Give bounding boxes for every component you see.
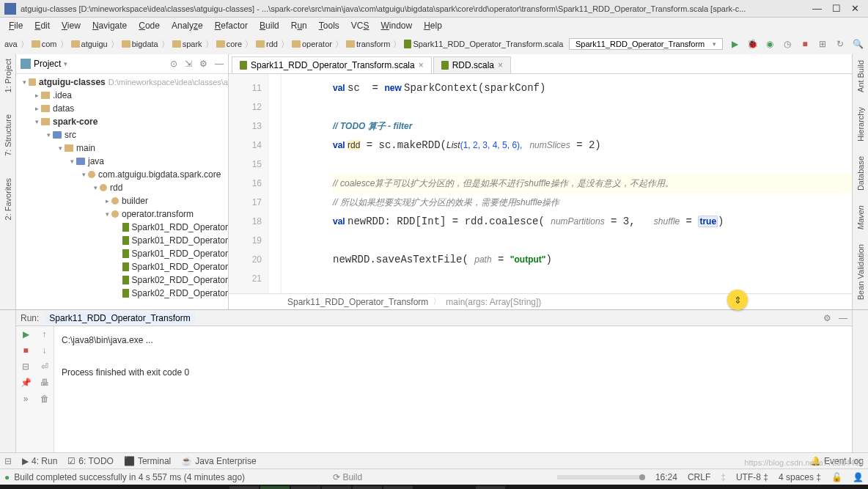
- status-indicator-icon[interactable]: ●: [4, 472, 10, 482]
- tree-item[interactable]: ▾rdd: [16, 181, 228, 194]
- search-everywhere-button[interactable]: 🔍: [852, 38, 864, 50]
- menu-analyze[interactable]: Analyze: [166, 19, 209, 32]
- task-vscode[interactable]: ▦: [476, 486, 505, 489]
- menu-edit[interactable]: Edit: [29, 19, 56, 32]
- tree-item[interactable]: ▾java: [16, 155, 228, 168]
- hide-icon[interactable]: —: [215, 59, 224, 69]
- task-excel[interactable]: ▦: [291, 486, 320, 489]
- task-app[interactable]: ◐: [414, 486, 444, 489]
- tool-maven[interactable]: Maven: [856, 205, 865, 229]
- gear-icon[interactable]: ⚙: [199, 59, 207, 69]
- tool-javaee[interactable]: ☕ Java Enterprise: [181, 456, 256, 466]
- menu-tools[interactable]: Tools: [313, 19, 345, 32]
- collapse-icon[interactable]: ⊟: [4, 456, 12, 466]
- tree-item[interactable]: ▾main: [16, 141, 228, 155]
- stop-button[interactable]: ■: [23, 345, 28, 356]
- crumb-item[interactable]: core: [227, 40, 242, 48]
- crumb-method[interactable]: main(args: Array[String]): [446, 297, 541, 307]
- menu-help[interactable]: Help: [418, 19, 448, 32]
- tool-structure[interactable]: 7: Structure: [4, 114, 12, 156]
- crumb-class[interactable]: Spark11_RDD_Operator_Transform: [287, 297, 428, 307]
- inspector-icon[interactable]: 👤: [853, 472, 864, 482]
- tree-item[interactable]: ▸.idea: [16, 89, 228, 102]
- wrap-button[interactable]: ⏎: [41, 361, 48, 372]
- crumb-item[interactable]: transform: [356, 40, 390, 48]
- tree-item[interactable]: ▾src: [16, 128, 228, 141]
- fold-gutter[interactable]: [268, 74, 282, 293]
- crumb-item[interactable]: Spark11_RDD_Operator_Transform.scala: [413, 40, 563, 48]
- hide-icon[interactable]: —: [839, 313, 847, 323]
- task-explorer[interactable]: 📁: [229, 486, 259, 489]
- tool-database[interactable]: Database: [856, 156, 865, 191]
- minimize-button[interactable]: —: [812, 3, 822, 14]
- project-header-label[interactable]: Project: [34, 59, 61, 69]
- tree-item[interactable]: Spark01_RDD_Operator: [16, 234, 228, 247]
- menu-navigate[interactable]: Navigate: [87, 19, 133, 32]
- menu-build[interactable]: Build: [254, 19, 285, 32]
- gear-icon[interactable]: ⚙: [823, 313, 831, 323]
- tree-item[interactable]: ▾operator.transform: [16, 207, 228, 221]
- clear-button[interactable]: 🗑: [40, 394, 49, 404]
- layout-button[interactable]: ⊞: [817, 38, 828, 50]
- close-tab-icon[interactable]: ×: [498, 60, 503, 70]
- menu-window[interactable]: Window: [375, 19, 418, 32]
- tool-favorites[interactable]: 2: Favorites: [4, 178, 12, 220]
- tab-spark11[interactable]: Spark11_RDD_Operator_Transform.scala ×: [232, 56, 432, 73]
- menu-vcs[interactable]: VCS: [345, 19, 375, 32]
- tree-root[interactable]: ▾ atguigu-classes D:\mineworkspace\idea\…: [16, 76, 228, 89]
- tool-bean-validation[interactable]: Bean Validation: [856, 244, 865, 300]
- scroll-from-source-icon[interactable]: ⊙: [170, 59, 177, 69]
- tree-item[interactable]: Spark02_RDD_Operator: [16, 287, 228, 300]
- menu-file[interactable]: File: [3, 19, 29, 32]
- task-intellij[interactable]: ◧: [260, 486, 290, 489]
- run-output[interactable]: C:\java8\bin\java.exe ... Process finish…: [54, 326, 852, 452]
- menu-code[interactable]: Code: [133, 19, 166, 32]
- layout-button[interactable]: ⊟: [22, 361, 29, 372]
- tool-terminal[interactable]: ⬛ Terminal: [124, 456, 171, 466]
- stop-button[interactable]: ■: [799, 38, 811, 50]
- more-button[interactable]: »: [23, 394, 29, 404]
- debug-button[interactable]: 🐞: [746, 38, 758, 50]
- tree-item[interactable]: Spark01_RDD_Operator: [16, 221, 228, 234]
- down-button[interactable]: ↓: [43, 345, 47, 356]
- pin-button[interactable]: 📌: [21, 378, 32, 388]
- breadcrumb[interactable]: ava〉 com〉 atguigu〉 bigdata〉 spark〉 core〉…: [4, 39, 563, 50]
- editor-body[interactable]: 1112131415161718192021 val sc = new Spar…: [229, 74, 852, 293]
- rerun-button[interactable]: ▶: [23, 329, 29, 339]
- task-word[interactable]: ▦: [383, 486, 413, 489]
- tool-ant[interactable]: Ant Build: [856, 60, 865, 92]
- run-config-dropdown[interactable]: Spark11_RDD_Operator_Transform: [569, 38, 723, 50]
- tree-item[interactable]: ▾spark-core: [16, 115, 228, 128]
- task-powerpoint[interactable]: ▦: [322, 486, 351, 489]
- run-config-name[interactable]: Spark11_RDD_Operator_Transform: [45, 312, 194, 324]
- task-smile[interactable]: ☺: [445, 486, 474, 489]
- tool-todo[interactable]: ☑ 6: TODO: [67, 456, 114, 466]
- close-button[interactable]: ✕: [851, 3, 859, 14]
- code-area[interactable]: val sc = new SparkContext(sparkConf) // …: [282, 74, 852, 293]
- tree-item[interactable]: ▸builder: [16, 194, 228, 207]
- update-button[interactable]: ↻: [834, 38, 846, 50]
- crumb-item[interactable]: operator: [302, 40, 332, 48]
- tree-item[interactable]: Spark01_RDD_Operator: [16, 247, 228, 260]
- tool-project[interactable]: 1: Project: [4, 59, 12, 92]
- profile-button[interactable]: ◷: [781, 38, 793, 50]
- menu-run[interactable]: Run: [285, 19, 313, 32]
- up-button[interactable]: ↑: [43, 329, 47, 339]
- status-encoding[interactable]: UTF-8 ‡: [736, 472, 768, 482]
- tree-item[interactable]: ▾com.atguigu.bigdata.spark.core: [16, 168, 228, 181]
- coverage-button[interactable]: ◉: [764, 38, 776, 50]
- crumb-item[interactable]: rdd: [266, 40, 278, 48]
- tree-item[interactable]: Spark02_RDD_Operator: [16, 273, 228, 287]
- task-browser[interactable]: ▦: [353, 486, 382, 489]
- run-button[interactable]: ▶: [729, 38, 740, 50]
- tree-item[interactable]: Spark01_RDD_Operator: [16, 260, 228, 273]
- tool-run[interactable]: ▶ 4: Run: [22, 456, 57, 466]
- project-tree[interactable]: ▾ atguigu-classes D:\mineworkspace\idea\…: [16, 74, 228, 301]
- crumb-item[interactable]: bigdata: [132, 40, 158, 48]
- close-tab-icon[interactable]: ×: [419, 60, 424, 70]
- tool-hierarchy[interactable]: Hierarchy: [856, 107, 865, 141]
- crumb-item[interactable]: atguigu: [81, 40, 108, 48]
- editor-breadcrumb[interactable]: Spark11_RDD_Operator_Transform 〉 main(ar…: [229, 293, 852, 309]
- expand-all-icon[interactable]: ⇲: [185, 59, 192, 69]
- status-crlf[interactable]: CRLF: [688, 472, 710, 482]
